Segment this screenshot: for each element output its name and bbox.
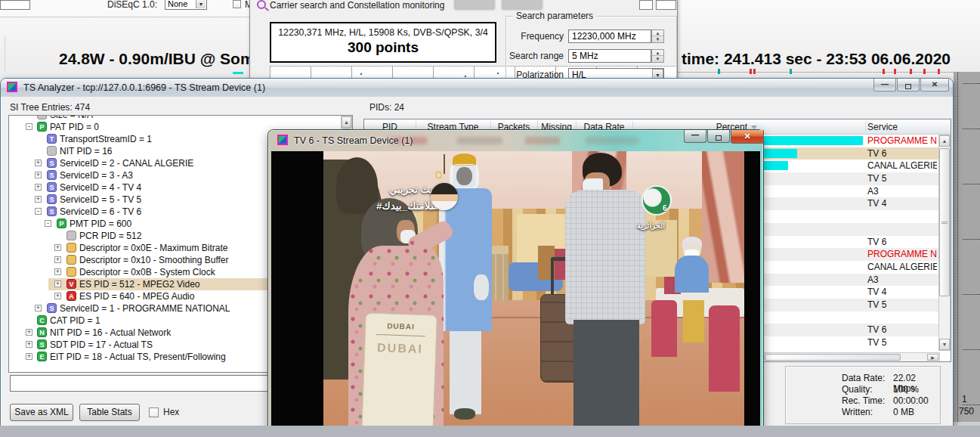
service-cell: PROGRAMME NA <box>867 135 937 147</box>
video-letterbox[interactable]: DUBAI DUBAI بث تجريبي #سلامتك_بيدك 6 الج… <box>271 151 760 437</box>
carrier-info-box: 12230,371 MHz, H/L, 15908 Ks, DVB-S/QPSK… <box>270 22 496 63</box>
tree-node-icon-E: E <box>37 352 47 361</box>
spectrum-gridline <box>963 239 980 240</box>
tree-item-label: Descriptor = 0x0E - Maximum Bitrate <box>79 242 227 254</box>
expand-icon[interactable]: + <box>35 160 42 166</box>
table-stats-button[interactable]: Table Stats <box>79 404 140 421</box>
stat-label: Quality: <box>842 384 873 395</box>
tree-item-label: ServiceID = 6 - TV 6 <box>60 206 141 218</box>
carrier-spin-box[interactable] <box>639 0 653 10</box>
scrollbar-thumb[interactable] <box>939 148 950 296</box>
ts-analyzer-titlebar[interactable]: TS Analyzer - tcp://127.0.0.1:6969 - TS … <box>1 79 953 97</box>
chevron-down-icon[interactable]: ▼ <box>196 0 206 8</box>
tv6-titlebar[interactable]: TV 6 - TS Stream Device (1) — ✕ <box>268 130 763 151</box>
search-range-input[interactable]: 5 MHz <box>568 49 651 63</box>
tree-item-label: ServiceID = 3 - A3 <box>60 169 133 181</box>
minimize-button[interactable]: — <box>873 79 896 91</box>
scroll-up-icon[interactable]: ▲ <box>342 116 351 128</box>
bag-text: DUBAI <box>366 321 436 332</box>
multistream-checkbox[interactable] <box>233 0 241 8</box>
carrier-toolbar-button[interactable] <box>502 0 543 10</box>
expand-icon[interactable]: + <box>26 341 32 348</box>
expand-icon[interactable]: + <box>26 329 32 336</box>
frequency-input[interactable]: 12230,000 MHz <box>568 29 651 43</box>
tree-item-label: CAT PID = 1 <box>50 315 100 327</box>
table-horizontal-scrollbar[interactable]: ▶ <box>763 352 940 362</box>
groupbox-edge <box>5 36 5 71</box>
tree-node-icon-folder <box>66 255 76 265</box>
column-header-service[interactable]: Service <box>867 122 898 132</box>
collapse-icon[interactable]: - <box>45 220 51 227</box>
search-range-spinner[interactable]: ▲▼ <box>651 49 664 63</box>
spectrum-tick <box>894 69 896 74</box>
tree-item-label: SDT PID = 17 - Actual TS <box>50 339 153 351</box>
spectrum-tick <box>883 69 885 74</box>
collapse-icon[interactable]: - <box>26 123 32 130</box>
red-chair <box>651 300 676 358</box>
dubai-bag: DUBAI DUBAI <box>361 313 437 437</box>
close-button[interactable]: ✕ <box>920 79 949 91</box>
man-trousers <box>573 320 638 437</box>
ppe-face-shield <box>452 164 476 188</box>
expand-icon[interactable]: + <box>54 293 61 299</box>
scroll-up-icon[interactable]: ▲ <box>939 135 950 147</box>
marble-column <box>702 151 744 283</box>
expand-icon[interactable]: + <box>54 256 61 263</box>
service-cell: TV 4 <box>867 197 937 210</box>
service-cell: A3 <box>867 185 937 198</box>
expand-icon[interactable]: + <box>35 172 42 178</box>
tree-node-icon-S: S <box>47 158 57 168</box>
ppe-legs <box>450 331 481 414</box>
logo-number: 6 <box>663 204 667 212</box>
tv6-app-icon <box>277 135 288 145</box>
scroll-down-icon[interactable]: ▼ <box>939 339 950 350</box>
minimize-button[interactable]: — <box>684 130 706 143</box>
expand-icon[interactable]: + <box>35 184 42 191</box>
spectrum-tick <box>718 69 720 74</box>
expand-icon[interactable]: + <box>54 268 61 275</box>
table-vertical-scrollbar[interactable]: ▲ ▼ <box>938 135 951 351</box>
tree-node-icon-folder <box>66 243 76 253</box>
carrier-info-line: 12230,371 MHz, H/L, 15908 Ks, DVB-S/QPSK… <box>271 27 495 38</box>
tree-node-icon-S: S <box>47 303 57 313</box>
carrier-spin-box[interactable] <box>656 0 676 10</box>
tv6-channel-logo: 6 <box>641 185 672 215</box>
tree-item[interactable]: Size = N/A <box>9 115 340 121</box>
expand-icon[interactable]: + <box>35 305 42 311</box>
recording-stats-group: Data Rate:22.02 MbpsQuality:100 %Rec. Ti… <box>785 366 941 424</box>
maximize-button[interactable] <box>707 130 730 143</box>
banner-position-text: 24.8W - 0.90m/IBU @ Some pla <box>59 50 249 68</box>
tree-item-label: EIT PID = 18 - Actual TS, Present/Follow… <box>50 351 226 363</box>
spectrum-gridline <box>963 404 980 405</box>
service-cell: TV 4 <box>867 286 937 299</box>
service-cell: TV 6 <box>867 147 937 160</box>
scrollbar-grip <box>941 222 948 224</box>
carrier-toolbar-button[interactable] <box>454 0 495 10</box>
sort-descending-icon[interactable] <box>751 126 757 129</box>
spectrum-gridline <box>963 129 980 129</box>
expand-icon[interactable]: + <box>26 353 32 360</box>
tuner-text-field[interactable] <box>0 0 30 10</box>
expand-icon[interactable]: + <box>54 280 61 287</box>
collapse-icon[interactable]: - <box>35 208 42 215</box>
service-cell: CANAL ALGERIE <box>867 160 937 172</box>
spectrum-gridline <box>963 349 980 350</box>
expand-icon[interactable]: + <box>35 196 42 203</box>
scroll-right-icon[interactable]: ▶ <box>927 354 938 361</box>
frequency-spinner[interactable]: ▲▼ <box>651 29 664 43</box>
recording-stats: Data Rate:22.02 MbpsQuality:100 %Rec. Ti… <box>786 367 940 418</box>
diseqc-combo[interactable]: None ▼ <box>165 0 207 10</box>
scrollbar-thumb[interactable] <box>765 354 901 361</box>
divider <box>0 17 249 17</box>
tv6-video-window: TV 6 - TS Stream Device (1) — ✕ <box>268 130 763 437</box>
close-button[interactable]: ✕ <box>731 130 764 144</box>
search-range-label: Search range <box>506 51 564 61</box>
expand-icon[interactable]: + <box>54 244 61 251</box>
save-as-xml-button[interactable]: Save as XML <box>10 404 73 421</box>
tree-item-label: ES PID = 640 - MPEG Audio <box>79 290 194 302</box>
stat-row: Rec. Time:00:00:00 <box>786 395 940 407</box>
chandelier-lamp <box>435 171 442 179</box>
hex-checkbox[interactable] <box>149 408 159 417</box>
tree-item-label: PCR PID = 512 <box>79 230 141 242</box>
maximize-button[interactable] <box>897 79 920 91</box>
